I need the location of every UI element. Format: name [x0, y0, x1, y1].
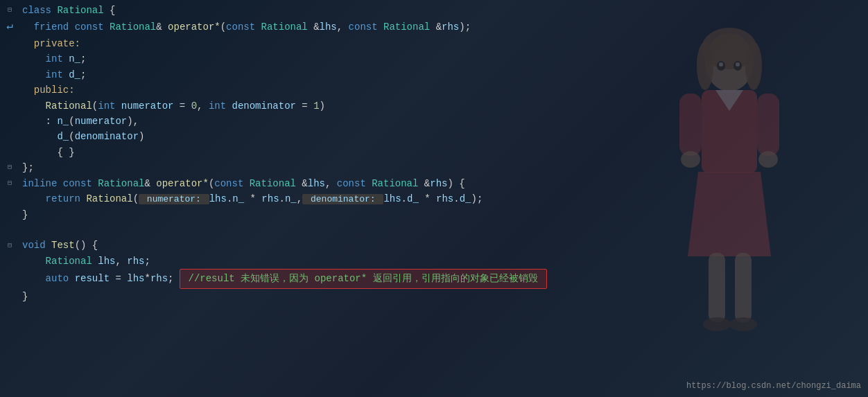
- paren-close-3: ) {: [447, 178, 465, 189]
- eq-2: =: [296, 100, 313, 112]
- code-line-14: }: [0, 207, 868, 222]
- comma-4: ,: [297, 193, 302, 204]
- access-private: private:: [34, 38, 80, 49]
- code-line-2: ↵ friend const Rational& operator*(const…: [0, 18, 868, 36]
- member-n-init: n_: [57, 116, 69, 127]
- fold-icon-1[interactable]: ⊟: [6, 6, 14, 15]
- comma-3: ,: [325, 178, 337, 189]
- fn-rational-ctor: Rational: [46, 100, 92, 112]
- kw-const-6: const: [337, 178, 372, 189]
- code-line-7: Rational(int numerator = 0, int denomina…: [0, 98, 868, 114]
- kw-inline: inline: [22, 178, 63, 189]
- line-6-content: public:: [19, 82, 862, 98]
- amp-2: &: [308, 21, 320, 33]
- return-arrow: ↵: [6, 18, 13, 36]
- code-line-8: : n_(numerator),: [0, 114, 868, 129]
- class-close: };: [22, 162, 34, 173]
- param-denominator-1: denominator: [232, 100, 296, 112]
- empty-body: { }: [57, 147, 74, 158]
- dot-4: .: [453, 193, 459, 204]
- url-text: https://blog.csdn.net/chongzi_daima: [686, 381, 861, 391]
- eq-result: =: [110, 273, 127, 284]
- fn-test: Test: [51, 240, 75, 251]
- code-line-3: private:: [0, 36, 868, 51]
- kw-int-1: int: [46, 53, 69, 64]
- line-14-content: }: [19, 207, 862, 222]
- param-lhs-1: lhs: [320, 21, 337, 33]
- code-line-12: ⊟ inline const Rational& operator*(const…: [0, 176, 868, 191]
- comment-text: //result 未知错误，因为 operator* 返回引用，引用指向的对象已…: [189, 273, 538, 284]
- fold-icon-4[interactable]: ⊟: [6, 242, 14, 250]
- kw-const-2: const: [226, 21, 261, 33]
- comment-box: //result 未知错误，因为 operator* 返回引用，引用指向的对象已…: [180, 269, 547, 288]
- paren-d-close: ): [139, 131, 144, 142]
- gutter-12: ⊟: [0, 179, 19, 188]
- fold-icon-3[interactable]: ⊟: [6, 179, 14, 188]
- code-line-5: int d_;: [0, 67, 868, 82]
- fold-icon-2[interactable]: ⊟: [6, 164, 14, 172]
- code-line-15: [0, 222, 868, 238]
- code-line-16: ⊟ void Test() {: [0, 238, 868, 253]
- param-numerator-1: numerator: [121, 100, 174, 112]
- type-rational-5: Rational: [98, 178, 144, 189]
- rhs-d: rhs: [436, 193, 453, 204]
- kw-int-3: int: [98, 100, 121, 112]
- kw-void: void: [22, 240, 51, 251]
- line-15-content: [19, 222, 862, 238]
- dot-3: .: [401, 193, 407, 204]
- member-rhs-n: n_: [285, 193, 297, 204]
- line-7-content: Rational(int numerator = 0, int denomina…: [19, 98, 862, 114]
- vars: [92, 256, 98, 267]
- comma-1: ,: [337, 21, 349, 33]
- paren-close-1: );: [459, 21, 471, 33]
- line-11-content: };: [19, 160, 862, 175]
- type-rational-7: Rational: [372, 178, 418, 189]
- line-4-content: int n_;: [19, 51, 862, 67]
- kw-const-3: const: [349, 21, 383, 33]
- kw-return: return: [46, 193, 87, 204]
- hint-denominator: denominator:: [302, 194, 383, 204]
- semi-3: ;: [144, 256, 150, 267]
- line-9-content: d_(denominator): [19, 129, 862, 144]
- type-rational-3: Rational: [261, 21, 308, 33]
- param-denominator-2: denominator: [75, 131, 139, 142]
- code-line-13: return Rational( numerator: lhs.n_ * rhs…: [0, 191, 868, 207]
- line-8-content: : n_(numerator),: [19, 114, 862, 129]
- amp-4: &: [144, 178, 156, 189]
- type-rational-8: Rational: [46, 256, 92, 267]
- line-12-content: inline const Rational& operator*(const R…: [19, 176, 862, 191]
- comma-2: ,: [197, 100, 209, 112]
- hint-numerator: numerator:: [139, 194, 209, 204]
- type-rational-2: Rational: [110, 21, 156, 33]
- line-5-content: int d_;: [19, 67, 862, 82]
- eq-1: =: [173, 100, 191, 112]
- num-1: 1: [313, 100, 319, 112]
- mult-3: *: [144, 273, 150, 284]
- dot-2: .: [279, 193, 285, 204]
- var-rhs: rhs: [127, 256, 144, 267]
- param-rhs-1: rhs: [442, 21, 459, 33]
- code-line-18: auto result = lhs*rhs;//result 未知错误，因为 o…: [0, 269, 868, 288]
- semi-2: ;: [80, 69, 86, 80]
- paren-1: (: [220, 21, 226, 33]
- gutter-2: ↵: [0, 18, 19, 36]
- semi-1: ;: [80, 53, 86, 64]
- lhs-d: lhs: [383, 193, 401, 204]
- var-result: result: [75, 273, 110, 284]
- param-lhs-2: lhs: [308, 178, 325, 189]
- expr-lhs-rhs: lhs: [127, 273, 144, 284]
- line-2-content: friend const Rational& operator*(const R…: [19, 19, 862, 35]
- brace-close-2: }: [22, 209, 28, 220]
- code-line-19: }: [0, 289, 868, 304]
- access-public: public:: [34, 85, 75, 96]
- paren-d: (: [69, 131, 74, 142]
- kw-const-1: const: [75, 21, 110, 33]
- amp-5: &: [296, 178, 308, 189]
- paren-test: () {: [75, 240, 98, 251]
- param-numerator-2: numerator: [75, 116, 128, 127]
- code-line-17: Rational lhs, rhs;: [0, 254, 868, 269]
- amp-3: &: [430, 21, 442, 33]
- paren-2: (: [92, 100, 98, 112]
- code-line-10: { }: [0, 145, 868, 160]
- member-d-init: d_: [57, 131, 69, 142]
